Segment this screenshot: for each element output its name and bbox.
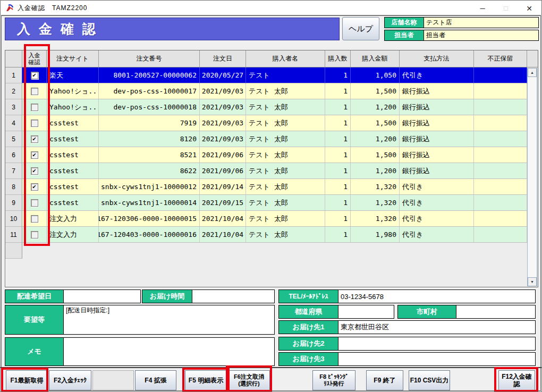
payment-method-cell: 代引き <box>400 211 474 227</box>
column-header-payment-confirm: 入金 確認 <box>22 50 47 67</box>
payment-confirm-cell: ✔ <box>22 147 47 163</box>
order-number-cell: snbx-cyws1tnj1-10000012 <box>99 179 200 195</box>
prefecture-label: 都道府県 <box>279 305 338 318</box>
amount-cell: 1,200 <box>351 131 400 147</box>
checkbox-checked-icon[interactable]: ✔ <box>31 183 38 191</box>
prefecture-field[interactable] <box>338 305 394 318</box>
delivery-time-field[interactable] <box>192 290 274 303</box>
toolbar-separator <box>1 367 542 368</box>
row-number-cell-empty <box>5 243 22 259</box>
quantity-cell: 1 <box>325 211 351 227</box>
order-site-cell: csstest <box>47 163 99 179</box>
buyer-name-cell: テスト 太郎 <box>246 179 325 195</box>
tel-field[interactable]: 03-1234-5678 <box>338 290 535 303</box>
checkbox-unchecked-icon[interactable] <box>31 231 38 238</box>
buyer-name-cell: テスト 太郎 <box>246 83 325 99</box>
fraud-hold-cell <box>474 195 527 211</box>
checkbox-checked-icon[interactable]: ✔ <box>31 72 38 79</box>
checkbox-unchecked-icon[interactable] <box>31 120 38 127</box>
table-row[interactable]: 5✔csstest81202021/09/03テスト 太郎11,200銀行振込 <box>5 131 527 147</box>
address1-field[interactable]: 東京都世田谷区 <box>338 321 535 334</box>
f3-empty-button <box>92 370 134 390</box>
address2-field[interactable] <box>338 337 535 350</box>
order-site-cell: 楽天 <box>47 67 99 83</box>
payment-method-cell: 代引き <box>400 67 474 83</box>
close-icon[interactable]: ✕ <box>518 1 541 15</box>
fraud-hold-cell <box>474 67 527 83</box>
amount-cell: 1,500 <box>351 115 400 131</box>
app-window: 入金確認 TAMZ2200 ─ □ ✕ 入金確認 ヘルプ 店舗名称 テスト店 担… <box>0 0 542 392</box>
quantity-cell: 1 <box>325 115 351 131</box>
f9-exit-button[interactable]: F9 終了 <box>366 370 403 390</box>
maximize-icon[interactable]: □ <box>494 1 518 15</box>
checkbox-unchecked-icon[interactable] <box>31 199 38 207</box>
order-number-cell: snbx-cyws1tnj1-10000014 <box>99 195 200 211</box>
row-number-cell: 9 <box>5 195 22 211</box>
table-row[interactable]: 10注文入力0167-120306-0000-100000152021/10/0… <box>5 211 527 227</box>
table-row[interactable]: 1✔楽天8001-200527-000000622020/05/27テスト11,… <box>5 67 527 83</box>
table-row[interactable]: 6✔csstest85212021/09/06テスト 太郎11,500銀行振込 <box>5 147 527 163</box>
f1-refresh-button[interactable]: F1最新取得 <box>6 370 48 390</box>
table-row[interactable]: 2Yahoo!ショ...dev-pos-css-100000172021/09/… <box>5 83 527 99</box>
checkbox-checked-icon[interactable]: ✔ <box>31 151 38 159</box>
row-number-cell: 8 <box>5 179 22 195</box>
checkbox-unchecked-icon[interactable] <box>31 104 38 111</box>
f8-picking-list-button[interactable]: F8 ﾋﾟｯｷﾝｸﾞ ﾘｽﾄ発行 <box>312 370 355 390</box>
table-row[interactable]: 8✔csstestsnbx-cyws1tnj1-100000122021/09/… <box>5 179 527 195</box>
fraud-hold-cell <box>474 227 527 243</box>
buyer-name-cell: テスト 太郎 <box>246 211 325 227</box>
request-field[interactable]: [配送日時指定:] <box>64 305 274 334</box>
fraud-hold-cell <box>474 131 527 147</box>
scrollbar-track[interactable] <box>528 77 537 277</box>
column-header-payment-method: 支払方法 <box>400 50 474 67</box>
table-row[interactable]: 3Yahoo!ショ...dev-pos-css-100000182021/09/… <box>5 99 527 115</box>
fraud-hold-cell <box>474 115 527 131</box>
title-bar: 入金確認 TAMZ2200 ─ □ ✕ <box>1 1 541 15</box>
payment-confirm-cell: ✔ <box>22 67 47 83</box>
buyer-name-cell: テスト 太郎 <box>246 195 325 211</box>
vertical-scrollbar[interactable]: ▲ ▼ <box>527 68 537 286</box>
minimize-icon[interactable]: ─ <box>471 1 494 15</box>
delivery-date-label: 配達希望日 <box>5 290 64 303</box>
scroll-up-icon[interactable]: ▲ <box>528 68 537 77</box>
amount-cell: 1,320 <box>351 179 400 195</box>
f10-csv-export-button[interactable]: F10 CSV出力 <box>409 370 450 390</box>
checkbox-unchecked-icon[interactable] <box>31 215 38 223</box>
amount-cell: 1,500 <box>351 83 400 99</box>
f12-confirm-button[interactable]: F12入金確認 <box>498 370 535 390</box>
f5-detail-button[interactable]: F5 明細表示 <box>185 370 227 390</box>
checkbox-unchecked-icon[interactable] <box>31 88 38 95</box>
table-header: 入金 確認 注文サイト 注文番号 注文日 購入者名 購入数 購入金額 支払方法 … <box>5 50 538 67</box>
checkbox-checked-icon[interactable]: ✔ <box>31 167 38 175</box>
table-row[interactable]: 7✔csstest86222021/09/06テスト 太郎11,200銀行振込 <box>5 163 527 179</box>
order-number-cell: 0167-120403-0000-10000016 <box>99 227 200 243</box>
memo-group: メモ <box>5 337 275 366</box>
buyer-name-cell: テスト 太郎 <box>246 99 325 115</box>
address3-field[interactable] <box>338 353 535 365</box>
table-body: 1✔楽天8001-200527-000000622020/05/27テスト11,… <box>5 67 538 259</box>
memo-field[interactable] <box>64 338 274 365</box>
row-number-cell: 3 <box>5 99 22 115</box>
order-number-cell: 0167-120306-0000-10000015 <box>99 211 200 227</box>
help-button[interactable]: ヘルプ <box>342 17 379 40</box>
fraud-hold-cell <box>474 147 527 163</box>
payment-method-cell: 代引き <box>400 227 474 243</box>
page-title: 入金確認 <box>5 20 104 38</box>
table-row[interactable]: 9csstestsnbx-cyws1tnj1-100000142021/09/1… <box>5 195 527 211</box>
delivery-date-field[interactable] <box>64 290 140 303</box>
order-site-cell: 注文入力 <box>47 227 99 243</box>
checkbox-checked-icon[interactable]: ✔ <box>31 135 38 143</box>
header-scrollbar-filler <box>527 50 538 67</box>
city-field[interactable] <box>456 305 535 318</box>
row-number-cell: 4 <box>5 115 22 131</box>
f4-expand-button[interactable]: F4 拡張 <box>135 370 176 390</box>
table-row[interactable]: 4csstest79192021/09/03テスト 太郎11,500銀行振込 <box>5 115 527 131</box>
f6-cancel-order-button[interactable]: F6注文取消 (選択行) <box>228 370 270 390</box>
order-site-cell: Yahoo!ショ... <box>47 83 99 99</box>
table-row[interactable]: 11注文入力0167-120403-0000-100000162021/10/0… <box>5 227 527 243</box>
scroll-down-icon[interactable]: ▼ <box>528 277 537 286</box>
fraud-hold-cell <box>474 163 527 179</box>
order-site-cell: csstest <box>47 131 99 147</box>
f2-payment-check-button[interactable]: F2入金ﾁｪｯｸ <box>49 370 91 390</box>
payment-confirm-cell: ✔ <box>22 131 47 147</box>
